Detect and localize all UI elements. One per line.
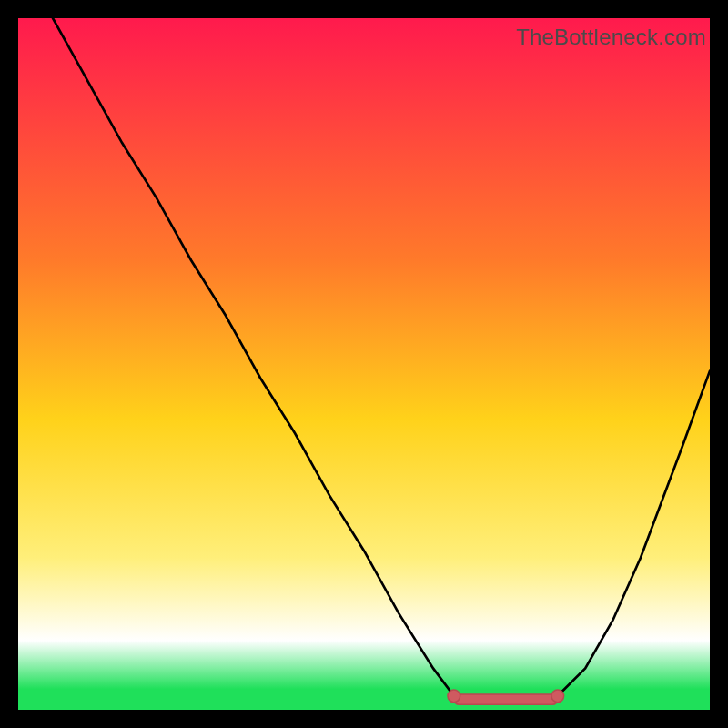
- optimal-range-left-marker: [448, 690, 460, 703]
- bottleneck-curve: [53, 18, 710, 703]
- optimal-range-right-marker: [551, 690, 564, 703]
- chart-container: TheBottleneck.com: [0, 0, 728, 728]
- plot-area: [18, 18, 710, 710]
- optimal-range-bar: [454, 694, 558, 704]
- curve-layer: [18, 18, 710, 710]
